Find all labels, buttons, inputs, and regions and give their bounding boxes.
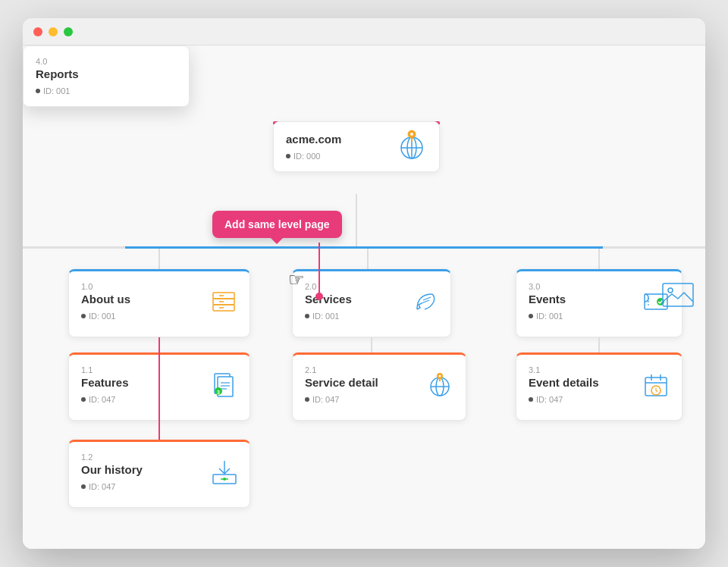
service-detail-v-connector [371, 337, 372, 352]
horizontal-connector [23, 246, 705, 249]
event-details-card[interactable]: 3.1 Event details ID: 047 [516, 352, 682, 421]
titlebar [23, 18, 705, 45]
popup-pink-v-line [318, 243, 320, 296]
maximize-button[interactable] [64, 27, 73, 36]
our-history-card[interactable]: 1.2 Our history ID: 047 [68, 440, 250, 508]
about-v-connector [158, 249, 160, 269]
popup-id: ID: 001 [36, 86, 177, 96]
service-detail-card[interactable]: 2.1 Service detail ID: 047 [292, 352, 466, 421]
root-card[interactable]: acme.com ID: 000 [273, 121, 440, 172]
events-v-connector [598, 249, 600, 269]
services-card[interactable]: 2.0 Services ID: 001 [292, 269, 451, 337]
events-card[interactable]: 3.0 Events ID: 001 [516, 269, 682, 337]
close-button[interactable] [33, 27, 42, 36]
popup-num: 4.0 [36, 57, 177, 66]
popup-icon [661, 280, 695, 314]
svg-point-5 [410, 133, 413, 136]
event-details-v-connector [598, 337, 600, 352]
features-icon: 3 [210, 371, 239, 404]
popup-title: Reports [36, 67, 177, 80]
tooltip-label: Add same level page [224, 218, 330, 230]
root-v-connector [356, 194, 357, 246]
svg-point-35 [668, 288, 673, 293]
cursor-pointer-icon: ☞ [288, 269, 305, 290]
svg-point-23 [223, 478, 226, 481]
site-map-canvas: acme.com ID: 000 [23, 45, 705, 549]
services-icon [410, 287, 440, 321]
popup-reports-card[interactable]: 4.0 Reports ID: 001 [23, 45, 190, 107]
event-details-icon [641, 370, 671, 405]
about-card[interactable]: 1.0 About us ID: 001 [68, 269, 250, 337]
service-detail-icon [425, 370, 455, 405]
svg-rect-34 [663, 284, 693, 306]
svg-text:3: 3 [217, 390, 220, 395]
services-v-connector [367, 249, 369, 269]
about-icon [209, 287, 239, 321]
app-window: acme.com ID: 000 [23, 18, 705, 549]
our-history-icon [210, 458, 239, 491]
about-sub-pink-line [158, 337, 160, 440]
pink-dot [315, 293, 323, 300]
globe-pin-icon [395, 128, 428, 166]
svg-point-28 [439, 375, 441, 377]
add-same-level-tooltip: Add same level page [212, 211, 342, 238]
minimize-button[interactable] [49, 27, 58, 36]
